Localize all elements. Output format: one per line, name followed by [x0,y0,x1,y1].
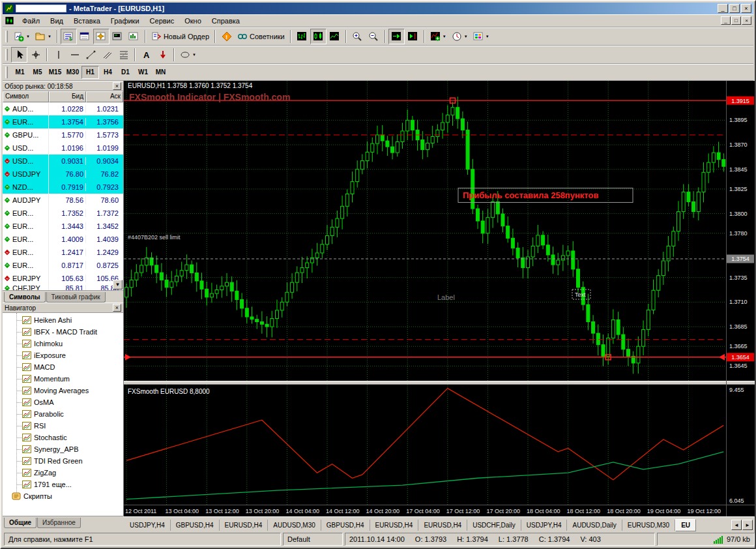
new-order-button[interactable]: Новый Ордер [149,29,212,44]
toolbar-grip[interactable] [5,49,8,61]
crosshair-button[interactable] [27,47,44,63]
shapes-button[interactable]: ▼ [177,47,199,63]
chart-tab[interactable]: USDJPY,H4 [124,520,171,531]
profiles-button[interactable]: ▼ [33,29,54,44]
market-watch-row[interactable]: CHFJPY85.8185.85 [3,285,123,291]
line-chart-button[interactable] [327,29,343,44]
data-window-button[interactable] [77,29,93,44]
chart-tab[interactable]: AUDUSD,Daily [567,520,622,531]
status-profile[interactable]: Default [283,533,343,546]
timeframe-m1[interactable]: M1 [11,66,29,79]
navigator-item[interactable]: Moving Averages [3,385,123,396]
text-object[interactable]: Text [575,291,586,298]
navigator-item[interactable]: OsMA [3,396,123,408]
fibonacci-retracement-button[interactable] [115,47,132,63]
zoom-out-button[interactable] [366,29,382,44]
chart-tab[interactable]: USDCHF,Daily [467,520,521,531]
chart-tab[interactable]: EURUSD,H4 [370,520,419,531]
menu-view[interactable]: Вид [45,15,68,27]
navigator-tab[interactable]: Избранное [37,518,81,528]
navigator-tab[interactable]: Общие [4,518,36,528]
horizontal-line-button[interactable] [66,47,83,63]
market-watch-row[interactable]: USD...1.01961.0199 [3,141,123,155]
market-watch-row[interactable]: EUR...1.40091.4039 [3,233,123,246]
close-button[interactable]: × [741,4,751,13]
tabs-scroll-right-icon[interactable]: ► [742,520,753,530]
chart-shift-button[interactable] [405,29,421,44]
timeframe-m15[interactable]: M15 [46,66,64,79]
text-tool-button[interactable]: A [138,47,154,63]
chart-tab[interactable]: AUDUSD,M30 [268,520,321,531]
templates-button[interactable]: ▼ [471,29,492,44]
chart-tab[interactable]: GBPUSD,H4 [171,520,220,531]
auto-scroll-button[interactable] [388,29,405,44]
navigator-item[interactable]: Momentum [3,373,123,385]
minimize-button[interactable]: _ [718,4,728,13]
navigator-item[interactable]: Parabolic [3,408,123,420]
market-watch-row[interactable]: AUD...1.02281.0231 [3,102,123,115]
arrows-tool-button[interactable] [154,47,171,63]
menu-help[interactable]: Справка [207,15,245,27]
chart-window[interactable]: 1.38951.38701.38451.38251.38001.37801.37… [123,81,754,516]
navigator-item[interactable]: Synergy_APB [3,443,123,455]
chart-tab[interactable]: EURUSD,M30 [622,520,675,531]
toolbar-grip[interactable] [5,31,8,42]
market-watch-close-button[interactable]: × [113,82,121,90]
price-chart[interactable]: 1.38951.38701.38451.38251.38001.37801.37… [124,81,755,516]
navigator-item[interactable]: iExposure [3,349,123,361]
chart-tab[interactable]: USDJPY,H4 [521,520,568,531]
market-watch-row[interactable]: EUR...0.87170.8725 [3,259,123,272]
chart-tab[interactable]: EURUSD,H4 [220,520,269,531]
market-watch-row[interactable]: AUDJPY78.5678.60 [3,194,123,207]
periods-button[interactable]: ▼ [449,29,471,44]
column-header-symbol[interactable]: Символ [3,91,49,102]
navigator-item[interactable]: Stochastic [3,432,123,443]
scroll-down-icon[interactable]: ▼ [113,280,123,289]
toolbar-grip[interactable] [5,67,8,78]
menu-insert[interactable]: Вставка [68,15,106,27]
child-close-button[interactable]: × [742,16,751,25]
market-watch-tab[interactable]: Тиковый график [46,292,106,303]
chart-tab[interactable]: EU [675,519,696,531]
timeframe-h4[interactable]: H4 [99,66,117,79]
vertical-line-button[interactable] [50,47,66,63]
navigator-item[interactable]: ZigZag [3,467,123,479]
navigator-scripts[interactable]: Скрипты [3,490,123,502]
market-watch-row[interactable]: EUR...1.37541.3756 [3,115,123,128]
child-restore-button[interactable]: □ [731,16,741,25]
column-header-bid[interactable]: Бид [49,91,86,102]
navigator-close-button[interactable]: × [113,304,121,312]
label-object[interactable]: Label [437,293,455,301]
zoom-in-button[interactable] [349,29,366,44]
navigator-item[interactable]: TDI Red Green [3,455,123,467]
navigator-item[interactable]: Heiken Ashi [3,314,123,326]
new-chart-button[interactable]: ▼ [11,29,33,44]
child-minimize-button[interactable]: _ [721,16,731,25]
chart-tab[interactable]: EURUSD,H4 [418,520,467,531]
timeframe-mn[interactable]: MN [152,66,169,79]
market-watch-row[interactable]: USDJPY76.8076.82 [3,168,123,181]
market-watch-row[interactable]: GBPU...1.57701.5773 [3,128,123,141]
navigator-item[interactable]: 1791 еще... [3,479,123,490]
market-watch-row[interactable]: USD...0.90310.9034 [3,155,123,168]
navigator-item[interactable]: Ichimoku [3,338,123,349]
timeframe-w1[interactable]: W1 [134,66,152,79]
market-watch-button[interactable]: $ [61,29,77,44]
equidistant-channel-button[interactable] [99,47,115,63]
metaeditor-button[interactable]: ! [218,29,235,44]
order-line-label[interactable]: #4407B202 sell limit [128,234,181,241]
cursor-button[interactable] [11,47,27,63]
strategy-tester-button[interactable] [126,29,142,44]
timeframe-m5[interactable]: M5 [29,66,46,79]
candlestick-chart-button[interactable] [310,29,327,44]
chart-watermark[interactable]: FXSmooth Indicator | FXSmooth.com [129,92,290,102]
market-watch-row[interactable]: EURJPY105.63105.66 [3,272,123,285]
menu-file[interactable]: Файл [17,15,45,27]
trendline-button[interactable] [83,47,99,63]
indicators-list-button[interactable]: ▼ [428,29,449,44]
timeframe-h1[interactable]: H1 [81,66,99,79]
market-watch-row[interactable]: EUR...1.34431.3452 [3,220,123,233]
navigator-item[interactable]: MACD [3,361,123,373]
maximize-button[interactable]: □ [729,4,740,13]
timeframe-m30[interactable]: M30 [64,66,81,79]
